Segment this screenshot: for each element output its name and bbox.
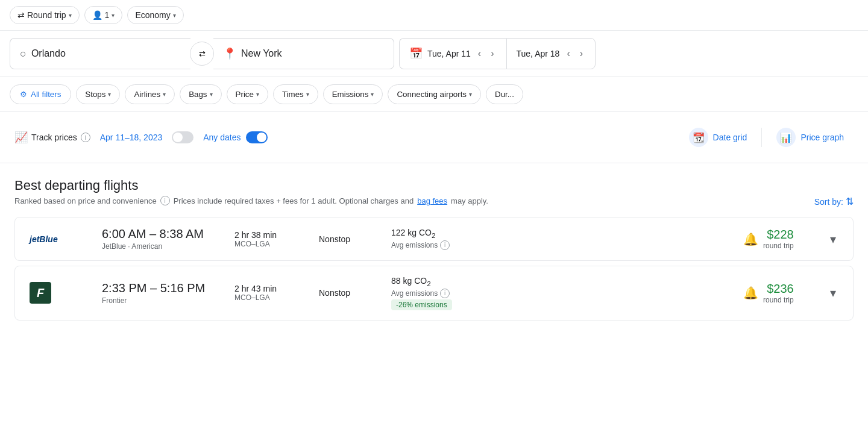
- duration-col-2: 2 hr 43 min MCO–LGA: [234, 284, 319, 302]
- price-amount-2: $236: [763, 282, 794, 296]
- all-filters-label: All filters: [31, 90, 61, 99]
- frontier-logo: F: [30, 282, 51, 304]
- cabin-button[interactable]: Economy ▾: [127, 6, 183, 24]
- subtitle-ranked: Ranked based on price and convenience: [14, 196, 157, 205]
- return-date-field[interactable]: Tue, Apr 18 ‹ ›: [506, 38, 596, 69]
- duration-1: 2 hr 38 min: [234, 230, 319, 240]
- info-icon[interactable]: i: [81, 133, 90, 142]
- stops-col-2: Nonstop: [319, 288, 391, 298]
- sort-by-label: Sort by:: [814, 197, 843, 207]
- section-title: Best departing flights: [14, 178, 854, 193]
- emissions-filter-button[interactable]: Emissions ▾: [323, 84, 383, 104]
- time-col-1: 6:00 AM – 8:38 AM JetBlue · American: [102, 227, 234, 251]
- destination-field[interactable]: 📍 New York: [213, 38, 394, 69]
- stops-label: Stops: [85, 90, 105, 99]
- price-graph-label: Price graph: [800, 133, 844, 142]
- origin-icon: ○: [20, 48, 27, 60]
- airline-name-1: jetBlue: [30, 234, 58, 244]
- swap-button[interactable]: ⇄: [190, 42, 214, 66]
- price-graph-button[interactable]: 📊 Price graph: [767, 122, 854, 153]
- price-graph-icon: 📊: [776, 128, 796, 147]
- origin-field[interactable]: ○ Orlando: [10, 38, 190, 69]
- emissions-info-icon-2[interactable]: i: [440, 289, 450, 298]
- flight-airlines-2: Frontier: [102, 296, 234, 305]
- emissions-badge-2: -26% emissions: [391, 299, 452, 310]
- price-col-2: 🔔 $236 round trip: [743, 282, 828, 304]
- flight-time-2: 2:33 PM – 5:16 PM: [102, 281, 234, 295]
- date-grid-button[interactable]: 📆 Date grid: [679, 122, 757, 153]
- destination-icon: 📍: [223, 47, 236, 60]
- departure-date-field[interactable]: 📅 Tue, Apr 11 ‹ ›: [399, 38, 506, 69]
- price-bell-icon-1: 🔔: [743, 232, 758, 246]
- cabin-label: Economy: [135, 10, 170, 20]
- chevron-down-icon: ▾: [112, 12, 115, 19]
- chevron-down-icon: ▾: [469, 91, 472, 98]
- chevron-down-icon: ▾: [306, 91, 309, 98]
- price-filter-button[interactable]: Price ▾: [227, 84, 268, 104]
- person-icon: 👤: [92, 10, 102, 20]
- chevron-down-icon: ▾: [256, 91, 259, 98]
- prev-return-date-button[interactable]: ‹: [564, 48, 572, 59]
- any-dates-label[interactable]: Any dates: [203, 133, 241, 142]
- stops-filter-button[interactable]: Stops ▾: [76, 84, 120, 104]
- return-date-value: Tue, Apr 18: [517, 49, 560, 58]
- date-grid-icon: 📆: [689, 128, 708, 147]
- airlines-filter-button[interactable]: Airlines ▾: [125, 84, 175, 104]
- bags-filter-button[interactable]: Bags ▾: [180, 84, 221, 104]
- airline-col-2: F: [30, 282, 102, 304]
- chevron-down-icon: ▾: [210, 91, 213, 98]
- next-date-button[interactable]: ›: [488, 48, 496, 59]
- emissions-sub-1: Avg emissions i: [391, 240, 743, 250]
- price-type-1: round trip: [763, 242, 794, 250]
- chevron-down-icon: ▾: [371, 91, 374, 98]
- calendar-icon: 📅: [409, 47, 423, 60]
- airline-col-1: jetBlue: [30, 234, 102, 244]
- price-block-1: $228 round trip: [763, 228, 794, 250]
- chevron-down-icon: ▾: [108, 91, 111, 98]
- bags-label: Bags: [189, 90, 207, 99]
- emissions-info-icon-1[interactable]: i: [440, 240, 450, 250]
- times-filter-button[interactable]: Times ▾: [273, 84, 318, 104]
- price-col-1: 🔔 $228 round trip: [743, 228, 828, 250]
- track-bar: 📈 Track prices i Apr 11–18, 2023 Any dat…: [0, 112, 868, 163]
- emissions-col-1: 122 kg CO2 Avg emissions i: [391, 228, 743, 250]
- all-filters-button[interactable]: ⚙ All filters: [10, 84, 71, 104]
- passengers-button[interactable]: 👤 1 ▾: [84, 6, 123, 24]
- emissions-col-2: 88 kg CO2 Avg emissions i -26% emissions: [391, 276, 743, 310]
- emissions-label: Emissions: [332, 90, 369, 99]
- any-dates-toggle[interactable]: [246, 131, 268, 143]
- track-prices-toggle[interactable]: [172, 131, 193, 143]
- next-return-date-button[interactable]: ›: [577, 48, 585, 59]
- bag-fees-link[interactable]: bag fees: [417, 196, 447, 205]
- sort-button[interactable]: Sort by: ⇅: [814, 196, 854, 207]
- passengers-label: 1: [105, 10, 110, 20]
- expand-button-2[interactable]: ▾: [828, 283, 838, 302]
- flight-row[interactable]: jetBlue 6:00 AM – 8:38 AM JetBlue · Amer…: [14, 217, 854, 261]
- prev-date-button[interactable]: ‹: [476, 48, 483, 59]
- chevron-down-icon: ▾: [173, 12, 176, 19]
- airlines-label: Airlines: [134, 90, 160, 99]
- date-fields: 📅 Tue, Apr 11 ‹ › Tue, Apr 18 ‹ ›: [399, 38, 596, 69]
- date-grid-label: Date grid: [713, 133, 747, 142]
- destination-value: New York: [241, 48, 282, 59]
- flight-row[interactable]: F 2:33 PM – 5:16 PM Frontier 2 hr 43 min…: [14, 266, 854, 321]
- any-dates-section: Any dates: [203, 131, 267, 143]
- emissions-value-1: 122 kg CO2: [391, 228, 743, 239]
- info-icon-results[interactable]: i: [160, 196, 170, 205]
- track-right: 📆 Date grid 📊 Price graph: [679, 122, 854, 153]
- connecting-airports-filter-button[interactable]: Connecting airports ▾: [388, 84, 481, 104]
- main-content: Best departing flights Ranked based on p…: [0, 163, 868, 340]
- search-bar: ○ Orlando ⇄ 📍 New York 📅 Tue, Apr 11 ‹ ›…: [0, 31, 868, 77]
- chevron-down-icon: ▾: [163, 91, 166, 98]
- emissions-sub-2: Avg emissions i: [391, 289, 743, 298]
- track-date-range[interactable]: Apr 11–18, 2023: [100, 133, 163, 142]
- price-label: Price: [236, 90, 254, 99]
- duration-filter-button[interactable]: Dur...: [486, 84, 523, 104]
- origin-value: Orlando: [31, 48, 66, 59]
- expand-button-1[interactable]: ▾: [828, 230, 838, 249]
- trip-type-button[interactable]: ⇄ Round trip ▾: [10, 6, 80, 24]
- stops-1: Nonstop: [319, 234, 350, 244]
- track-label-text: Track prices: [31, 133, 77, 142]
- connecting-airports-label: Connecting airports: [397, 90, 467, 99]
- swap-icon: ⇄: [17, 10, 25, 20]
